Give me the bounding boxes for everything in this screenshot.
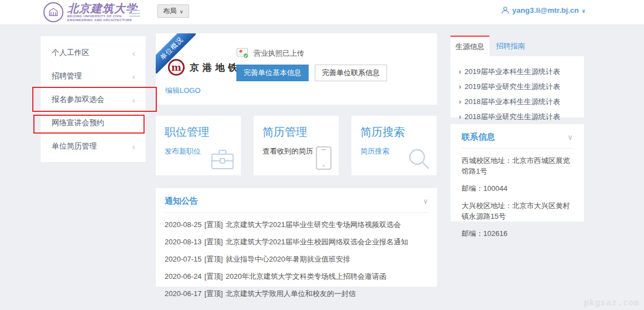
- job-management-card[interactable]: 职位管理 发布新职位: [156, 116, 241, 175]
- student-source-report-link[interactable]: 2018届毕业本科生生源统计表: [459, 97, 584, 107]
- sidebar-item-online-presentation-booking[interactable]: 网络宣讲会预约: [41, 111, 146, 135]
- company-overview-card: 单位概况 m 京港地铁 营业执照已上传 完善单位基本信息 完善单位联系信息 编辑…: [156, 33, 437, 105]
- sidebar-item-job-fair-registration[interactable]: 报名参加双选会: [41, 88, 146, 111]
- notices-panel: 通知公告 2020-08-25[置顶]北京建筑大学2021届毕业生研究生专场网络…: [156, 188, 437, 287]
- chevron-left-icon: [132, 48, 135, 58]
- pinned-tag: [置顶]: [205, 289, 223, 298]
- card-title[interactable]: 简历搜索: [360, 125, 437, 140]
- chevron-left-icon: [132, 72, 135, 81]
- license-status-row: 营业执照已上传: [236, 48, 304, 58]
- sidebar-item-label: 单位简历管理: [52, 141, 97, 151]
- notice-text: 就业指导中心2020年暑期就业值班安排: [226, 255, 350, 263]
- notice-item[interactable]: 2020-08-25[置顶]北京建筑大学2021届毕业生研究生专场网络视频双选会: [165, 220, 428, 230]
- watermark: pkgsaz.com: [584, 298, 640, 308]
- report-label: 2019届毕业研究生生源统计表: [464, 82, 560, 91]
- postal-code: 邮编：102616: [462, 228, 573, 239]
- app-header: 北京建筑大学 BEIJING UNIVERSITY OF CIVIL ENGIN…: [0, 0, 644, 25]
- briefcase-icon: [210, 147, 235, 171]
- sidebar-item-label: 网络宣讲会预约: [52, 118, 105, 128]
- sidebar-item-label: 报名参加双选会: [52, 95, 105, 105]
- notice-date: 2020-08-25: [165, 220, 202, 229]
- user-account-menu[interactable]: yang3.li@mtr.bj.cn: [501, 6, 586, 14]
- layout-dropdown-button[interactable]: 布局: [157, 4, 189, 18]
- complete-contact-info-button[interactable]: 完善单位联系信息: [315, 65, 387, 81]
- sidebar-item-personal-workspace[interactable]: 个人工作区: [41, 41, 146, 65]
- notice-item[interactable]: 2020-06-24[置顶]2020年北京建筑大学文科类专场线上招聘会邀请函: [165, 272, 428, 282]
- report-label: 2019届毕业本科生生源统计表: [464, 67, 560, 76]
- university-english-name-line1: BEIJING UNIVERSITY OF CIVIL: [67, 14, 137, 18]
- contact-info-panel: 联系信息 西城校区地址：北京市西城区展览馆路1号 邮编：100044 大兴校区地…: [450, 124, 584, 222]
- layout-button-label: 布局: [163, 7, 177, 16]
- sidebar-item-label: 招聘管理: [52, 71, 82, 81]
- license-status-text: 营业执照已上传: [254, 48, 304, 58]
- sidebar-item-label: 个人工作区: [52, 48, 90, 58]
- tab-label: 生源信息: [455, 42, 484, 52]
- campus-address: 西城校区地址：北京市西城区展览馆路1号: [462, 155, 573, 176]
- notice-date: 2020-07-15: [165, 255, 202, 263]
- search-icon: [407, 146, 431, 171]
- contact-title: 联系信息: [462, 132, 495, 142]
- chevron-left-icon: [132, 142, 135, 151]
- university-emblem-icon: [43, 2, 63, 22]
- notice-text: 2020年北京建筑大学文科类专场线上招聘会邀请函: [226, 272, 387, 281]
- pinned-tag: [置顶]: [205, 238, 223, 246]
- sidebar-menu: 个人工作区 招聘管理 报名参加双选会 网络宣讲会预约 单位简历管理: [41, 36, 146, 162]
- resume-search-card[interactable]: 简历搜索 简历搜索: [351, 116, 437, 175]
- chevron-down-icon: [582, 6, 586, 14]
- postal-code: 邮编：100044: [462, 183, 573, 194]
- notice-date: 2020-06-17: [165, 289, 202, 298]
- student-source-report-link[interactable]: 2019届毕业研究生生源统计表: [459, 82, 584, 92]
- university-name: 北京建筑大学: [67, 2, 137, 14]
- user-icon: [501, 6, 509, 14]
- notice-item[interactable]: 2020-08-13[置顶]北京建筑大学2021届毕业生校园网络双选会企业报名通…: [165, 237, 428, 247]
- sidebar-item-recruitment-management[interactable]: 招聘管理: [41, 65, 146, 88]
- business-license-icon: [236, 48, 249, 58]
- student-source-report-link[interactable]: 2018届毕业研究生生源统计表: [459, 112, 584, 122]
- university-logo: 北京建筑大学 BEIJING UNIVERSITY OF CIVIL ENGIN…: [43, 2, 137, 22]
- company-logo: m 京港地铁: [168, 59, 241, 76]
- notice-text: 北京建筑大学2021届毕业生校园网络双选会企业报名通知: [226, 238, 408, 246]
- report-label: 2018届毕业研究生生源统计表: [464, 112, 560, 121]
- pinned-tag: [置顶]: [205, 255, 223, 263]
- collapse-chevron-icon[interactable]: [423, 197, 428, 205]
- card-title[interactable]: 简历管理: [262, 125, 339, 140]
- mtr-logo-icon: m: [168, 59, 185, 76]
- notice-text: 北京建筑大学2021届毕业生研究生专场网络视频双选会: [226, 220, 401, 229]
- pinned-tag: [置顶]: [205, 220, 223, 229]
- student-source-panel: 2019届毕业本科生生源统计表 2019届毕业研究生生源统计表 2018届毕业本…: [450, 56, 584, 117]
- notices-title: 通知公告: [165, 196, 198, 206]
- pinned-tag: [置顶]: [205, 272, 223, 281]
- card-title[interactable]: 职位管理: [165, 125, 241, 140]
- tab-recruitment-guide[interactable]: 招聘指南: [489, 36, 532, 56]
- university-english-name-line2: ENGINEERING AND ARCHITECTURE: [67, 18, 137, 22]
- chevron-down-icon: [180, 7, 184, 15]
- notice-item[interactable]: 2020-07-15[置顶]就业指导中心2020年暑期就业值班安排: [165, 254, 428, 264]
- tab-student-source-info[interactable]: 生源信息: [450, 36, 489, 56]
- user-email: yang3.li@mtr.bj.cn: [512, 6, 579, 14]
- collapse-chevron-icon[interactable]: [567, 133, 573, 141]
- notice-text: 北京建筑大学致用人单位和校友的一封信: [226, 289, 356, 298]
- notice-item[interactable]: 2020-06-17[置顶]北京建筑大学致用人单位和校友的一封信: [165, 289, 428, 299]
- edit-logo-link[interactable]: 编辑LOGO: [165, 86, 201, 96]
- sidebar-item-resume-management[interactable]: 单位简历管理: [41, 135, 146, 158]
- menu-toggle-icon[interactable]: [129, 8, 140, 18]
- tab-label: 招聘指南: [496, 41, 525, 51]
- chevron-left-icon: [132, 95, 135, 105]
- company-name: 京港地铁: [190, 61, 241, 74]
- notice-date: 2020-06-24: [165, 272, 202, 281]
- campus-address: 大兴校区地址：北京市大兴区黄村镇永源路15号: [462, 200, 573, 222]
- resume-management-card[interactable]: 简历管理 查看收到的简历: [254, 116, 339, 175]
- complete-basic-info-button[interactable]: 完善单位基本信息: [236, 65, 309, 81]
- report-label: 2018届毕业本科生生源统计表: [464, 97, 560, 106]
- phone-icon: [314, 145, 333, 171]
- student-source-report-link[interactable]: 2019届毕业本科生生源统计表: [459, 67, 584, 77]
- notice-date: 2020-08-13: [165, 238, 202, 246]
